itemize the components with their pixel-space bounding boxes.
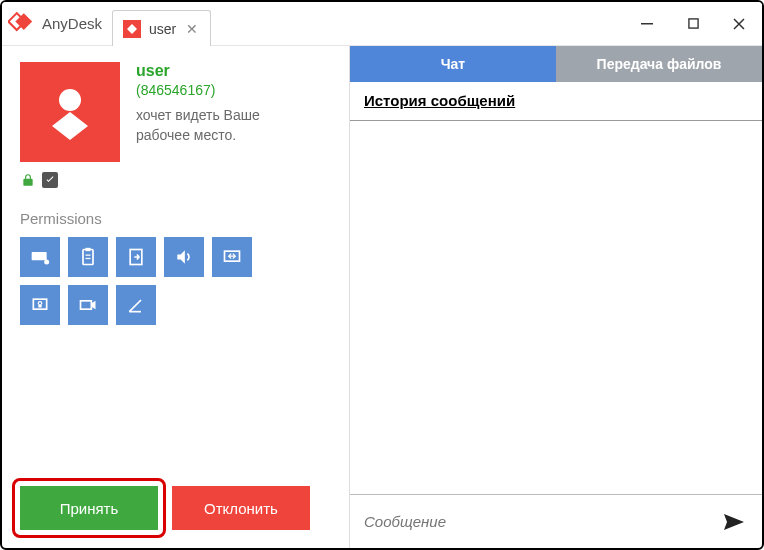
main: user (846546167) хочет видеть Ваше рабоч… [2,46,762,548]
tab-chat[interactable]: Чат [350,46,556,82]
svg-point-4 [59,89,81,111]
message-input[interactable] [364,513,710,530]
perm-record[interactable] [68,285,108,325]
perm-file-transfer[interactable] [116,237,156,277]
tab-user-icon [123,20,141,38]
user-info: user (846546167) хочет видеть Ваше рабоч… [136,62,306,162]
perm-audio[interactable] [164,237,204,277]
user-id: (846546167) [136,82,306,98]
avatar [20,62,120,162]
svg-point-6 [44,260,49,265]
permissions-label: Permissions [20,210,331,227]
close-icon[interactable]: ✕ [184,21,200,37]
user-desc: хочет видеть Ваше рабочее место. [136,106,306,145]
app-name: AnyDesk [42,15,102,32]
svg-rect-10 [86,258,91,259]
titlebar: AnyDesk user ✕ [2,2,762,46]
decline-button[interactable]: Отклонить [172,486,310,530]
window-controls [624,2,762,45]
anydesk-logo-icon [8,10,36,38]
history-header-text: История сообщений [364,92,515,109]
app-title: AnyDesk [2,2,112,45]
perm-keyboard-mouse[interactable] [20,237,60,277]
user-block: user (846546167) хочет видеть Ваше рабоч… [20,62,331,162]
left-pane: user (846546167) хочет видеть Ваше рабоч… [2,46,350,548]
maximize-button[interactable] [670,2,716,46]
session-tab[interactable]: user ✕ [112,10,211,46]
action-row: Принять Отклонить [20,486,310,530]
tab-label: user [149,21,176,37]
svg-rect-8 [86,248,91,251]
send-button[interactable] [720,508,748,536]
right-pane: Чат Передача файлов История сообщений [350,46,762,548]
perm-whiteboard[interactable] [116,285,156,325]
perm-display[interactable] [212,237,252,277]
user-name: user [136,62,306,80]
svg-rect-2 [641,23,653,25]
tab-file-transfer[interactable]: Передача файлов [556,46,762,82]
send-icon [722,512,746,532]
status-row [20,172,331,188]
permissions-grid [20,237,260,325]
svg-rect-5 [32,252,47,260]
svg-rect-15 [81,301,92,309]
perm-privacy[interactable] [20,285,60,325]
minimize-button[interactable] [624,2,670,46]
history-header: История сообщений [350,82,762,121]
monitor-check-icon [42,172,58,188]
message-row [350,494,762,548]
svg-rect-3 [688,19,697,28]
lock-icon [20,172,36,188]
right-tabs: Чат Передача файлов [350,46,762,82]
app-window: AnyDesk user ✕ [0,0,764,550]
svg-rect-14 [38,304,41,307]
perm-clipboard[interactable] [68,237,108,277]
chat-body [350,121,762,494]
svg-rect-9 [86,255,91,256]
svg-rect-7 [83,250,93,265]
svg-rect-13 [33,299,46,309]
close-button[interactable] [716,2,762,46]
accept-button[interactable]: Принять [20,486,158,530]
